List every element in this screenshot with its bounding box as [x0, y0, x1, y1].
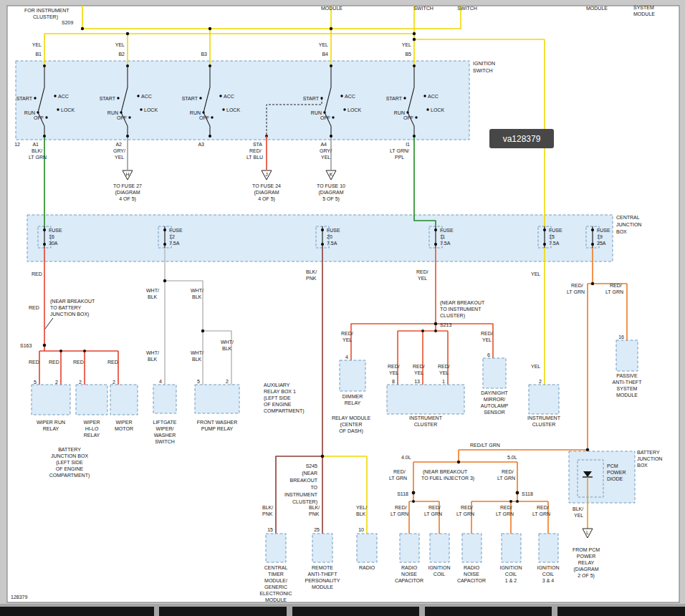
pin-number: 2 — [539, 379, 542, 384]
note-label: (LEFT SIDE — [56, 460, 83, 466]
wire-color-label: BLK — [148, 357, 158, 362]
cutoff-component-label: MODULE — [586, 6, 608, 11]
wire-color-label: LT GRN — [391, 511, 408, 516]
connector-letter: L — [586, 530, 589, 535]
diagram-id-badge: va128379 — [489, 129, 554, 148]
note-label: JUNCTION BOX — [51, 453, 88, 458]
note-label: (NEAR BREAKOUT — [423, 469, 468, 475]
component-label: PCM — [607, 463, 618, 468]
splice-label: S209 — [62, 20, 73, 25]
note-label: (NEAR BREAKOUT — [440, 300, 485, 306]
pin-number: 2 — [55, 380, 58, 385]
component-label: DIMMER — [342, 394, 363, 399]
wire-color-label: RED — [29, 305, 39, 310]
component-label: CAPACITOR — [457, 578, 486, 583]
note-label: (DIAGRAM — [574, 567, 599, 572]
wire-color-label: YEL — [389, 370, 398, 375]
wire-color-label: RED — [29, 360, 39, 365]
splice-label: S245 — [306, 463, 317, 468]
terminal-label: B2 — [118, 52, 125, 57]
box-title: BATTERY — [637, 450, 660, 455]
box-title: BOX — [616, 229, 627, 234]
pin-number: 4 — [159, 379, 162, 384]
battery-junction-box-2 — [569, 451, 635, 503]
taskbar-window-button[interactable] — [0, 607, 154, 616]
terminal-label: B1 — [35, 52, 42, 57]
note-label: CLUSTER) — [440, 313, 465, 319]
wire-color-label: RED/ — [393, 469, 406, 474]
note-label: (LEFT SIDE — [264, 395, 291, 401]
note-label: TO FUSE 24 — [252, 183, 281, 188]
wire-color-label: YEL — [342, 337, 352, 342]
fuse-label: 30A — [49, 241, 58, 246]
connector-letter: H — [125, 172, 129, 177]
cutoff-component-label: MODULE — [321, 6, 342, 11]
wire-color-label: BLK — [222, 346, 232, 351]
component-label: SYSTEM — [617, 386, 638, 391]
instrument-cluster-box — [387, 385, 464, 414]
wire-color-label: LT GRN/ — [390, 148, 409, 153]
note-label: AUXILIARY — [264, 382, 290, 388]
component-label: RELAY — [43, 426, 59, 431]
wire-color-label: BLK — [148, 294, 158, 299]
wire-color-label: LT GRN — [496, 511, 514, 516]
taskbar-window-button[interactable] — [557, 607, 685, 616]
wire-color-label: LT GRN — [456, 511, 474, 516]
box-title: SWITCH — [473, 68, 493, 73]
wire-color-label: YEL — [414, 370, 423, 375]
wire-color-label: YEL/ — [356, 505, 367, 510]
fuse-label: FUSE — [549, 228, 562, 233]
central-timer-module-box — [266, 534, 286, 562]
splice-label: S163 — [20, 343, 32, 348]
component-label: ELECTRONIC — [259, 591, 292, 596]
wiring-diagram: START ACC RUN LOCK OFF FOR INSTRUMENT CL… — [0, 0, 685, 616]
box-title: IGNITION — [473, 61, 495, 66]
component-label: SWITCH — [155, 439, 175, 444]
component-label: COIL — [542, 572, 554, 577]
taskbar-window-button[interactable] — [159, 607, 287, 616]
wire-color-label: RED/ — [249, 148, 262, 153]
component-label: RELAY — [345, 400, 361, 405]
component-label: CLUSTER — [532, 422, 556, 427]
wire-color-label: RED/ — [438, 364, 450, 369]
box-title: BOX — [637, 463, 648, 468]
wire-color-label: RED/ — [571, 283, 583, 288]
component-label: PUMP RELAY — [201, 426, 234, 431]
taskbar-window-button[interactable] — [292, 607, 419, 616]
component-label: POWER — [607, 470, 626, 475]
note-label: 5 OF 5) — [322, 196, 340, 202]
note-label: BATTERY — [58, 447, 81, 452]
note-label: CLUSTER) — [33, 14, 58, 20]
box-title: JUNCTION — [637, 456, 662, 461]
component-label: CENTRAL — [264, 565, 288, 570]
wire-color-label: RED/ — [500, 505, 512, 510]
wire-color-label: LT GRN — [567, 289, 585, 294]
note-label: TO INSTRUMENT — [440, 307, 482, 312]
note-label: BREAKOUT — [289, 478, 317, 483]
fuse-label: FUSE — [49, 228, 62, 233]
note-label: (NEAR BREAKOUT — [50, 299, 95, 304]
remote-antitheft-box — [312, 534, 332, 562]
fuse-label: 12 — [169, 234, 175, 239]
splice-label: S118 — [522, 491, 533, 496]
fuse-label: FUSE — [597, 228, 610, 233]
terminal-label: A1 — [32, 142, 39, 147]
instrument-cluster-box-2 — [529, 385, 559, 414]
fuse-label: 7.5A — [549, 241, 560, 246]
taskbar-window-button[interactable] — [425, 607, 552, 616]
wire-color-label: RED/LT GRN — [470, 443, 500, 448]
component-label: SENSOR — [484, 410, 505, 415]
wire-color-label: WHT/ — [191, 288, 203, 293]
component-label: WIPER — [116, 420, 133, 425]
wire-color-label: RED/ — [610, 283, 622, 288]
note-label: RELAY MODULE — [332, 415, 371, 420]
terminal-label: 12 — [14, 142, 20, 147]
component-label: RADIO — [464, 565, 480, 570]
wire-color-label: LT GRN — [532, 511, 550, 516]
component-label: AUTOLAMP — [481, 403, 509, 408]
wire-color-label: RED — [107, 360, 118, 365]
component-label: RELAY — [84, 433, 100, 438]
wire-color-label: BLK/ — [32, 148, 42, 153]
pin-number: 5 — [34, 380, 37, 385]
terminal-label: I1 — [406, 142, 410, 147]
